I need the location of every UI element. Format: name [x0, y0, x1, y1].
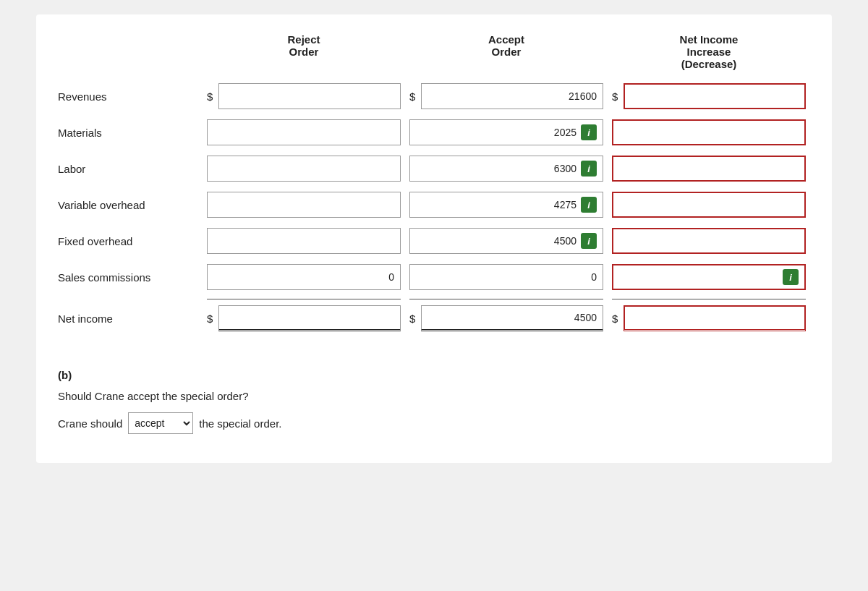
variable-overhead-ni-input[interactable]: [612, 192, 806, 218]
materials-label: Materials: [58, 124, 203, 142]
main-container: Reject Order Accept Order Net Income Inc…: [36, 14, 832, 463]
net-income-accept-value: 4500: [421, 305, 603, 331]
header-reject-col: Reject Order: [203, 29, 405, 75]
table-body: Revenues $ $ 21600 $ Materials 2025: [58, 82, 810, 333]
fixed-overhead-ni-input[interactable]: [612, 228, 806, 254]
sales-commissions-row: Sales commissions 0 0 i: [58, 263, 810, 292]
labor-ni-input[interactable]: [612, 156, 806, 182]
fixed-overhead-label: Fixed overhead: [58, 232, 203, 250]
sales-commissions-label: Sales commissions: [58, 268, 203, 286]
labor-accept-value: 6300 i: [409, 156, 603, 182]
section-b: (b) Should Crane accept the special orde…: [58, 369, 810, 434]
materials-ni-input[interactable]: [612, 119, 806, 145]
variable-overhead-reject-cell: [203, 190, 405, 219]
net-income-reject-input[interactable]: [218, 305, 401, 331]
labor-accept-cell: 6300 i: [405, 154, 608, 183]
net-income-label: Net income: [58, 310, 203, 328]
materials-accept-cell: 2025 i: [405, 118, 608, 147]
materials-accept-value: 2025 i: [409, 119, 603, 145]
header-label-col: [58, 29, 203, 75]
net-income-ni-input[interactable]: [624, 305, 806, 331]
variable-overhead-reject-input[interactable]: [207, 192, 401, 218]
answer-row: Crane should accept reject the special o…: [58, 412, 810, 434]
net-income-ni-dollar: $: [612, 312, 618, 325]
divider-reject: [207, 299, 401, 299]
answer-select[interactable]: accept reject: [128, 412, 193, 434]
materials-info-btn[interactable]: i: [581, 124, 597, 140]
divider-empty: [58, 299, 203, 299]
labor-info-btn[interactable]: i: [581, 161, 597, 177]
net-income-reject-cell: $: [203, 304, 405, 333]
revenues-accept-value: 21600: [421, 83, 603, 109]
net-income-accept-cell: $ 4500: [405, 304, 608, 333]
revenues-ni-input[interactable]: [624, 83, 806, 109]
sales-commissions-reject-cell: 0: [203, 263, 405, 292]
fixed-overhead-info-btn[interactable]: i: [581, 233, 597, 249]
fixed-overhead-row: Fixed overhead 4500 i: [58, 226, 810, 255]
answer-suffix: the special order.: [199, 417, 281, 430]
answer-prefix: Crane should: [58, 417, 122, 430]
labor-reject-cell: [203, 154, 405, 183]
header-accept-col: Accept Order: [405, 29, 608, 75]
revenues-accept-dollar: $: [409, 90, 415, 103]
materials-ni-cell: [608, 118, 810, 147]
divider-ni: [612, 299, 806, 299]
sales-commissions-ni-cell: i: [608, 263, 810, 292]
labor-row: Labor 6300 i: [58, 154, 810, 183]
variable-overhead-info-btn[interactable]: i: [581, 197, 597, 213]
revenues-reject-input[interactable]: [218, 83, 401, 109]
variable-overhead-ni-cell: [608, 190, 810, 219]
sales-commissions-accept-value: 0: [409, 264, 603, 290]
materials-row: Materials 2025 i: [58, 118, 810, 147]
section-b-question: Should Crane accept the special order?: [58, 390, 810, 402]
fixed-overhead-reject-cell: [203, 226, 405, 255]
revenues-reject-cell: $: [203, 82, 405, 111]
variable-overhead-accept-cell: 4275 i: [405, 190, 608, 219]
header-ni-col: Net Income Increase (Decrease): [608, 29, 810, 75]
fixed-overhead-accept-cell: 4500 i: [405, 226, 608, 255]
materials-reject-input[interactable]: [207, 119, 401, 145]
materials-reject-cell: [203, 118, 405, 147]
labor-reject-input[interactable]: [207, 156, 401, 182]
sales-commissions-reject-value: 0: [207, 264, 401, 290]
table-divider: [58, 299, 810, 299]
revenues-row: Revenues $ $ 21600 $: [58, 82, 810, 111]
revenues-label: Revenues: [58, 88, 203, 106]
net-income-reject-dollar: $: [207, 312, 213, 325]
net-income-accept-dollar: $: [409, 312, 415, 325]
variable-overhead-accept-value: 4275 i: [409, 192, 603, 218]
sales-commissions-info-btn[interactable]: i: [783, 269, 799, 285]
section-b-label: (b): [58, 369, 810, 381]
labor-label: Labor: [58, 160, 203, 178]
sales-commissions-ni-value: i: [612, 264, 806, 290]
net-income-row: Net income $ $ 4500 $: [58, 304, 810, 333]
labor-ni-cell: [608, 154, 810, 183]
variable-overhead-row: Variable overhead 4275 i: [58, 190, 810, 219]
revenues-accept-cell: $ 21600: [405, 82, 608, 111]
revenues-ni-cell: $: [608, 82, 810, 111]
variable-overhead-label: Variable overhead: [58, 196, 203, 214]
fixed-overhead-ni-cell: [608, 226, 810, 255]
revenues-ni-dollar: $: [612, 90, 618, 103]
revenues-reject-dollar: $: [207, 90, 213, 103]
fixed-overhead-accept-value: 4500 i: [409, 228, 603, 254]
table-header: Reject Order Accept Order Net Income Inc…: [58, 29, 810, 75]
sales-commissions-accept-cell: 0: [405, 263, 608, 292]
fixed-overhead-reject-input[interactable]: [207, 228, 401, 254]
divider-accept: [409, 299, 603, 299]
net-income-ni-cell: $: [608, 304, 810, 333]
